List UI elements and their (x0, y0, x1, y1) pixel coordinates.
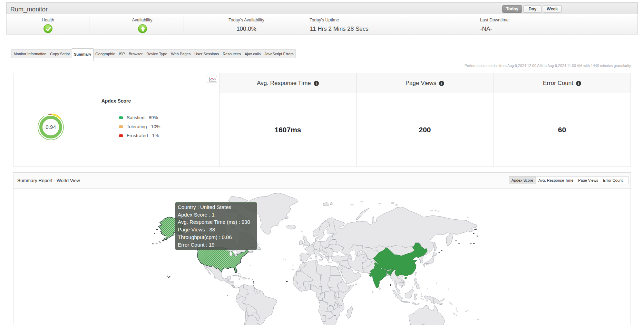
svg-text:0.94: 0.94 (46, 124, 56, 130)
